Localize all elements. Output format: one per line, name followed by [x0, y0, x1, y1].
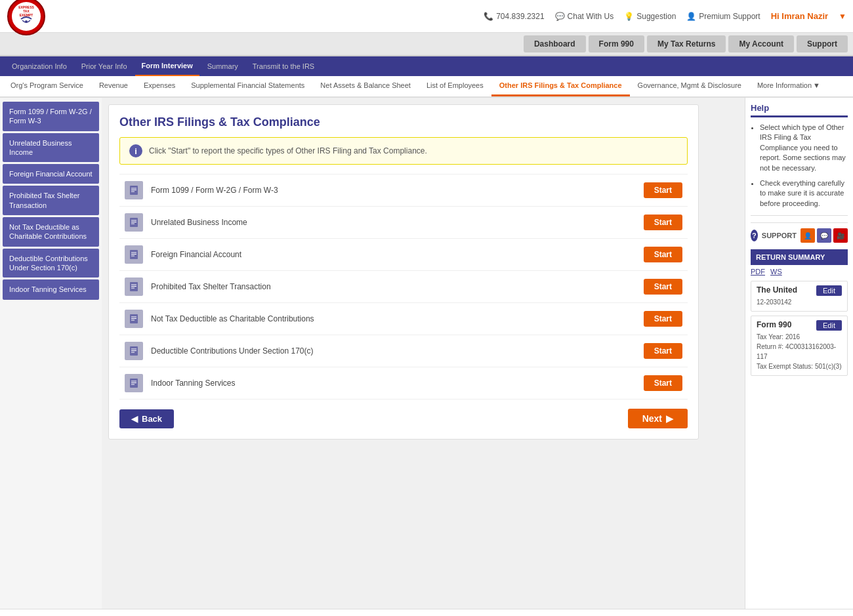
sec-nav-org-info[interactable]: Organization Info: [5, 56, 73, 76]
info-text: Click "Start" to report the specific typ…: [149, 146, 427, 155]
tab-net-assets[interactable]: Net Assets & Balance Sheet: [312, 76, 419, 96]
filing-icon-tanning: [125, 374, 143, 392]
next-label: Next: [642, 413, 662, 424]
pdf-link[interactable]: PDF: [751, 268, 765, 276]
support-icons: 👤 💬 🎥: [801, 228, 848, 243]
support-question-icon: ?: [751, 230, 758, 241]
sidebar-item-prohibited-tax[interactable]: Prohibited Tax Shelter Transaction: [3, 186, 99, 215]
support-chat-btn[interactable]: 💬: [817, 228, 831, 243]
sidebar-item-foreign-financial[interactable]: Foreign Financial Account: [3, 164, 99, 184]
tab-governance[interactable]: Governance, Mgmt & Disclosure: [630, 76, 749, 96]
info-banner: i Click "Start" to report the specific t…: [119, 137, 688, 165]
sidebar-item-unrelated-income[interactable]: Unrelated Business Income: [3, 133, 99, 163]
start-btn-deductible[interactable]: Start: [644, 343, 682, 359]
tab-program-service[interactable]: Org's Program Service: [3, 76, 91, 96]
return-item-form990: Form 990 Edit Tax Year: 2016 Return #: 4…: [751, 316, 848, 376]
return-item-form990-header: Form 990 Edit: [757, 320, 842, 331]
logo: EXPRESS TAX EXEMPT: [7, 0, 46, 36]
help-panel: Help Select which type of Other IRS Fili…: [745, 98, 853, 609]
content-area: Other IRS Filings & Tax Compliance i Cli…: [102, 98, 745, 609]
myaccount-button[interactable]: My Account: [728, 35, 794, 52]
phone-link[interactable]: 📞 704.839.2321: [484, 12, 544, 21]
nav-buttons-bar: Dashboard Form 990 My Tax Returns My Acc…: [0, 33, 853, 56]
main-layout: Form 1099 / Form W-2G / Form W-3 Unrelat…: [0, 98, 853, 609]
ws-link[interactable]: WS: [770, 268, 782, 276]
filing-row-form1099: Form 1099 / Form W-2G / Form W-3 Start: [119, 175, 688, 207]
suggestion-icon: 💡: [624, 12, 634, 21]
support-video-btn[interactable]: 👤: [801, 228, 815, 243]
return-form990-detail: Tax Year: 2016 Return #: 4C00313162003-1…: [757, 332, 842, 371]
tab-revenue[interactable]: Revenue: [91, 76, 136, 96]
return-links: PDF WS: [751, 265, 848, 278]
start-btn-foreign[interactable]: Start: [644, 247, 682, 262]
support-record-btn[interactable]: 🎥: [833, 228, 848, 243]
start-btn-unrelated[interactable]: Start: [644, 215, 682, 230]
help-point-2: Check everything carefully to make sure …: [760, 178, 848, 209]
filing-name-tanning: Indoor Tanning Services: [151, 379, 636, 388]
sec-nav-prior-year[interactable]: Prior Year Info: [75, 56, 134, 76]
user-greeting: Hi Imran Nazir: [771, 11, 828, 21]
return-edit-button[interactable]: Edit: [816, 285, 842, 296]
return-number: Return #: 4C00313162003-117: [757, 342, 842, 361]
chat-link[interactable]: 💬 Chat With Us: [555, 12, 614, 21]
tab-more-info-label: More Information: [757, 81, 812, 89]
footer: Terms of Use | Privacy Policy ExpressTax…: [0, 609, 853, 616]
sidebar-item-deductible-contrib[interactable]: Deductible Contributions Under Section 1…: [3, 249, 99, 278]
filing-row-prohibited: Prohibited Tax Shelter Transaction Start: [119, 271, 688, 303]
return-item-0: The United Edit 12-2030142: [751, 281, 848, 312]
user-dropdown-icon[interactable]: ▼: [839, 12, 846, 21]
filing-row-foreign-financial: Foreign Financial Account Start: [119, 239, 688, 271]
suggestion-link[interactable]: 💡 Suggestion: [624, 12, 676, 21]
content-box: Other IRS Filings & Tax Compliance i Cli…: [108, 104, 699, 440]
return-item-name: The United: [757, 285, 797, 295]
svg-point-5: [25, 20, 28, 23]
chat-label: Chat With Us: [568, 12, 614, 21]
sidebar-item-form1099[interactable]: Form 1099 / Form W-2G / Form W-3: [3, 102, 99, 131]
support-header: ? SUPPORT 👤 💬 🎥: [751, 228, 848, 243]
help-title: Help: [751, 103, 848, 117]
support-button[interactable]: Support: [797, 35, 848, 52]
suggestion-label: Suggestion: [636, 12, 676, 21]
tax-status: Tax Exempt Status: 501(c)(3): [757, 361, 842, 371]
sidebar-item-not-tax-deductible[interactable]: Not Tax Deductible as Charitable Contrib…: [3, 217, 99, 247]
start-btn-tanning[interactable]: Start: [644, 375, 682, 391]
filing-name-unrelated: Unrelated Business Income: [151, 218, 636, 227]
dashboard-button[interactable]: Dashboard: [524, 35, 586, 52]
filing-name-form1099: Form 1099 / Form W-2G / Form W-3: [151, 186, 636, 195]
filing-icon-not-deductible: [125, 310, 143, 328]
back-label: Back: [142, 414, 162, 424]
next-button[interactable]: Next ▶: [628, 409, 688, 428]
filing-name-not-deductible: Not Tax Deductible as Charitable Contrib…: [151, 314, 636, 323]
filing-icon-unrelated: [125, 213, 143, 232]
start-btn-prohibited[interactable]: Start: [644, 279, 682, 295]
sidebar-item-indoor-tanning[interactable]: Indoor Tanning Services: [3, 279, 99, 299]
sec-nav-form-interview[interactable]: Form Interview: [135, 56, 199, 76]
top-bar-right: 📞 704.839.2321 💬 Chat With Us 💡 Suggesti…: [484, 11, 846, 21]
tax-year: Tax Year: 2016: [757, 332, 842, 342]
phone-number: 704.839.2321: [496, 12, 544, 21]
tab-employees[interactable]: List of Employees: [419, 76, 491, 96]
support-label: SUPPORT: [762, 232, 797, 239]
sec-nav-summary[interactable]: Summary: [201, 56, 245, 76]
form990-button[interactable]: Form 990: [589, 35, 644, 52]
dropdown-icon: ▼: [813, 81, 820, 89]
filing-row-indoor-tanning: Indoor Tanning Services Start: [119, 367, 688, 400]
back-button[interactable]: ◀ Back: [119, 409, 174, 428]
secondary-nav: Organization Info Prior Year Info Form I…: [0, 56, 853, 76]
filing-name-prohibited: Prohibited Tax Shelter Transaction: [151, 282, 636, 291]
tab-other-irs[interactable]: Other IRS Filings & Tax Compliance: [491, 76, 630, 96]
tab-more-info[interactable]: More Information ▼: [749, 76, 828, 96]
premium-support-link[interactable]: 👤 Premium Support: [686, 12, 760, 21]
return-form990-edit-button[interactable]: Edit: [816, 320, 842, 331]
sidebar: Form 1099 / Form W-2G / Form W-3 Unrelat…: [0, 98, 102, 609]
premium-label: Premium Support: [699, 12, 760, 21]
return-form-name: Form 990: [757, 320, 791, 329]
start-btn-not-deductible[interactable]: Start: [644, 311, 682, 327]
mytaxreturns-button[interactable]: My Tax Returns: [647, 35, 726, 52]
tab-expenses[interactable]: Expenses: [136, 76, 183, 96]
start-btn-form1099[interactable]: Start: [644, 182, 682, 198]
tab-supplemental[interactable]: Supplemental Financial Statements: [183, 76, 312, 96]
return-item-header: The United Edit: [757, 285, 842, 296]
support-section: ? SUPPORT 👤 💬 🎥: [751, 222, 848, 243]
sec-nav-transmit[interactable]: Transmit to the IRS: [246, 56, 321, 76]
